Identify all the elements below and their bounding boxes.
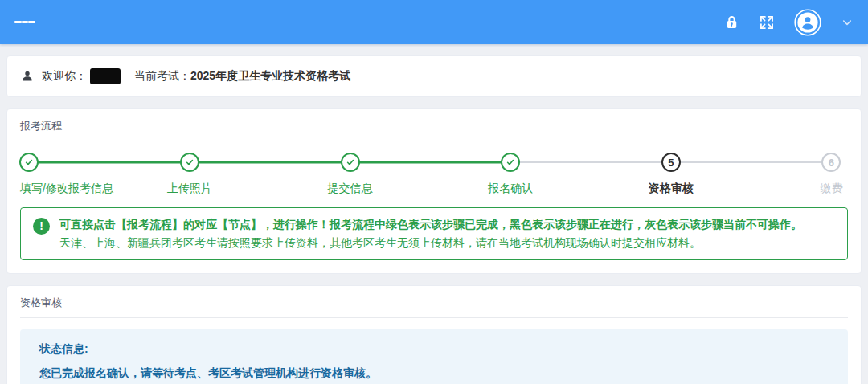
notice-line-2: 天津、上海、新疆兵团考区考生请按照要求上传资料，其他考区考生无须上传材料，请在当… bbox=[59, 234, 836, 252]
topbar-actions bbox=[724, 9, 854, 36]
greeting-label: 欢迎你： bbox=[42, 69, 87, 84]
status-message: 您已完成报名确认，请等待考点、考区考试管理机构进行资格审核。 bbox=[39, 366, 829, 381]
divider bbox=[20, 141, 848, 141]
step-connector-3 bbox=[350, 161, 511, 164]
review-card: 资格审核 状态信息: 您已完成报名确认，请等待考点、考区考试管理机构进行资格审核… bbox=[6, 285, 862, 384]
process-section-title: 报考流程 bbox=[20, 119, 848, 133]
redacted-name bbox=[90, 68, 121, 84]
notice-line-1: 可直接点击【报考流程】的对应【节点】，进行操作！报考流程中绿色表示该步骤已完成，… bbox=[59, 215, 836, 234]
step-label-5[interactable]: 资格审核 bbox=[649, 181, 694, 195]
step-circle-5[interactable]: 5 bbox=[661, 153, 681, 172]
top-navbar bbox=[0, 0, 868, 44]
fullscreen-icon[interactable] bbox=[759, 14, 775, 31]
step-number: 6 bbox=[829, 157, 834, 169]
welcome-bar: 欢迎你： 当前考试： 2025年度卫生专业技术资格考试 bbox=[6, 55, 862, 97]
menu-icon[interactable] bbox=[14, 18, 35, 27]
current-exam-label: 当前考试： bbox=[134, 69, 190, 84]
lock-icon[interactable] bbox=[724, 14, 739, 30]
chevron-down-icon[interactable] bbox=[841, 16, 854, 29]
step-connector-4 bbox=[510, 161, 671, 163]
step-label-3[interactable]: 提交信息 bbox=[328, 181, 373, 195]
step-number: 5 bbox=[668, 157, 674, 169]
step-label-6[interactable]: 缴费 bbox=[820, 181, 842, 195]
step-label-1[interactable]: 填写/修改报考信息 bbox=[20, 181, 113, 195]
step-circle-6[interactable]: 6 bbox=[821, 153, 841, 172]
step-circle-4[interactable] bbox=[501, 153, 520, 172]
process-card: 报考流程 填写/修改报考信息 上传照片 提交信息 报名确认 5 资格审核 bbox=[6, 108, 862, 274]
current-exam-value: 2025年度卫生专业技术资格考试 bbox=[190, 69, 350, 84]
status-label: 状态信息: bbox=[39, 342, 829, 357]
notice-box: ! 可直接点击【报考流程】的对应【节点】，进行操作！报考流程中绿色表示该步骤已完… bbox=[20, 207, 848, 260]
step-circle-2[interactable] bbox=[180, 153, 199, 172]
registration-stepper: 填写/修改报考信息 上传照片 提交信息 报名确认 5 资格审核 6 缴费 bbox=[20, 153, 848, 196]
status-box: 状态信息: 您已完成报名确认，请等待考点、考区考试管理机构进行资格审核。 bbox=[20, 329, 848, 384]
exclamation-icon: ! bbox=[33, 218, 50, 235]
step-connector-5 bbox=[671, 161, 832, 163]
step-connector-2 bbox=[190, 161, 350, 164]
step-circle-1[interactable] bbox=[19, 153, 39, 172]
user-icon bbox=[20, 69, 35, 84]
step-label-4[interactable]: 报名确认 bbox=[488, 181, 533, 195]
step-connector-1 bbox=[29, 161, 190, 164]
user-avatar-icon[interactable] bbox=[794, 9, 821, 36]
step-circle-3[interactable] bbox=[341, 153, 360, 172]
divider bbox=[20, 317, 848, 318]
step-label-2[interactable]: 上传照片 bbox=[167, 181, 212, 195]
review-section-title: 资格审核 bbox=[20, 296, 848, 310]
